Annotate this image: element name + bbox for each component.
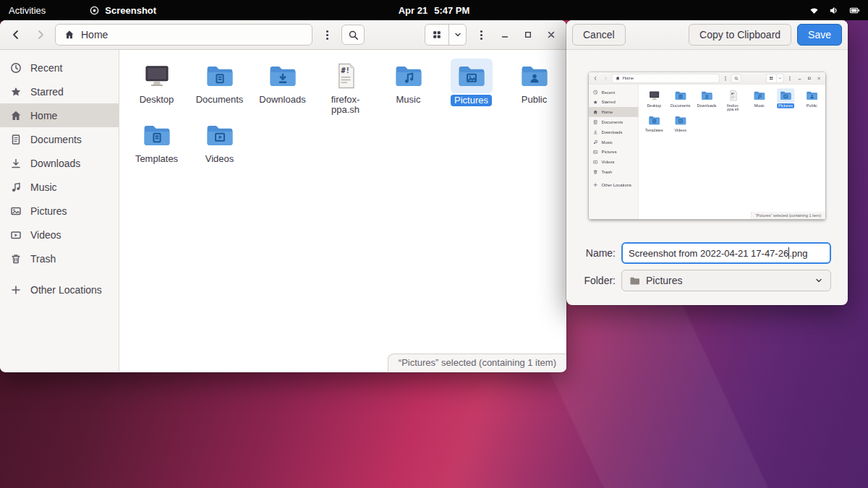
- file-item-desktop[interactable]: Desktop: [125, 59, 188, 118]
- app-indicator[interactable]: Screenshot: [89, 5, 156, 16]
- file-item-videos[interactable]: Videos: [188, 118, 251, 177]
- activities-button[interactable]: Activities: [0, 0, 54, 20]
- copy-to-clipboard-button[interactable]: Copy to Clipboard: [689, 24, 791, 46]
- music-icon: [10, 181, 22, 193]
- cancel-button[interactable]: Cancel: [572, 24, 626, 46]
- dialog-headerbar: Cancel Copy to Clipboard Save: [566, 20, 848, 50]
- music-folder-icon: [393, 60, 425, 92]
- documents-icon: [10, 134, 22, 145]
- sidebar-label: Documents: [30, 134, 82, 145]
- grid-view-button[interactable]: [425, 25, 449, 45]
- script-file-icon: #!: [330, 60, 362, 92]
- path-menu-button[interactable]: [317, 25, 337, 45]
- files-content: Desktop Documents: [119, 50, 566, 372]
- sidebar-item-starred[interactable]: Starred: [0, 80, 119, 103]
- file-grid: Desktop Documents: [119, 50, 566, 177]
- sidebar-label: Downloads: [30, 158, 80, 169]
- screenshot-app-icon: [89, 5, 100, 16]
- sidebar-item-downloads[interactable]: Downloads: [0, 151, 119, 175]
- sidebar-label: Recent: [30, 62, 62, 74]
- battery-icon: [849, 5, 861, 16]
- sidebar-item-music[interactable]: Music: [0, 175, 119, 199]
- pictures-icon: [10, 205, 22, 217]
- sidebar-item-recent[interactable]: Recent: [0, 56, 119, 80]
- status-bar: “Pictures” selected (containing 1 item): [388, 354, 566, 372]
- view-options-button[interactable]: [449, 25, 466, 45]
- close-button[interactable]: [542, 25, 561, 44]
- recent-icon: [10, 62, 22, 74]
- sidebar-item-other-locations[interactable]: Other Locations: [0, 278, 119, 301]
- save-button[interactable]: Save: [797, 24, 842, 46]
- starred-icon: [10, 86, 22, 98]
- system-tray[interactable]: [809, 0, 861, 20]
- folder-icon: [629, 276, 640, 286]
- files-body: Recent Starred Home: [0, 50, 566, 372]
- clock[interactable]: Apr 21 5:47 PM: [399, 5, 470, 16]
- forward-button[interactable]: [30, 25, 51, 45]
- videos-folder-icon: [204, 119, 236, 151]
- path-label: Home: [81, 29, 108, 40]
- svg-text:#!: #!: [341, 67, 349, 74]
- copy-label: Copy to Clipboard: [699, 29, 780, 40]
- screenshot-dialog: Cancel Copy to Clipboard Save: [566, 20, 848, 305]
- home-icon: [64, 30, 75, 40]
- chevron-down-icon: [814, 276, 823, 285]
- file-item-public[interactable]: Public: [503, 59, 566, 118]
- documents-folder-icon: [204, 60, 236, 92]
- pictures-folder-icon: [456, 60, 488, 92]
- templates-folder-icon: [141, 119, 173, 151]
- volume-icon: [829, 5, 840, 16]
- sidebar-item-videos[interactable]: Videos: [0, 223, 119, 247]
- path-bar[interactable]: Home: [55, 24, 312, 46]
- sidebar-label: Music: [30, 181, 57, 193]
- forward-arrow-icon: [35, 29, 46, 40]
- sidebar-label: Videos: [30, 229, 61, 241]
- file-label: Music: [396, 95, 421, 105]
- search-icon: [348, 30, 359, 40]
- save-label: Save: [808, 29, 831, 40]
- screen: Activities Screenshot Apr 21 5:47 PM: [0, 0, 868, 488]
- home-icon: [10, 110, 22, 121]
- folder-select[interactable]: Pictures: [621, 270, 831, 291]
- public-folder-icon: [519, 60, 550, 92]
- filename-text-after-caret: .png: [789, 248, 807, 259]
- sidebar-item-trash[interactable]: Trash: [0, 247, 119, 270]
- sidebar-label: Pictures: [30, 205, 67, 217]
- name-label: Name:: [572, 242, 616, 264]
- chevron-down-icon: [454, 30, 462, 39]
- file-label: Documents: [196, 95, 244, 105]
- search-button[interactable]: [341, 25, 365, 45]
- sidebar-label: Trash: [30, 253, 56, 265]
- network-icon: [809, 5, 820, 16]
- file-label: firefox-ppa.sh: [322, 95, 370, 115]
- file-item-templates[interactable]: Templates: [125, 118, 188, 177]
- dialog-preview: Home: [589, 72, 825, 220]
- status-text: “Pictures” selected (containing 1 item): [399, 357, 556, 368]
- filename-input[interactable]: Screenshot from 2022-04-21 17-47-26 .png: [621, 242, 831, 264]
- maximize-button[interactable]: [519, 25, 537, 44]
- minimize-button[interactable]: [495, 25, 514, 44]
- sidebar-item-documents[interactable]: Documents: [0, 127, 119, 151]
- window-menu-button[interactable]: [471, 25, 491, 45]
- files-headerbar: Home: [0, 20, 566, 50]
- sidebar-label: Starred: [30, 86, 64, 98]
- file-item-firefox-ppa[interactable]: #! firefox-ppa.sh: [314, 59, 377, 118]
- sidebar-item-pictures[interactable]: Pictures: [0, 199, 119, 223]
- cancel-label: Cancel: [583, 29, 615, 40]
- file-item-documents[interactable]: Documents: [188, 59, 251, 118]
- file-label: Public: [522, 95, 547, 105]
- sidebar-label: Home: [30, 110, 57, 121]
- file-item-music[interactable]: Music: [377, 59, 440, 118]
- sidebar-item-home[interactable]: Home: [0, 103, 119, 127]
- kebab-icon: [480, 34, 482, 36]
- file-item-pictures[interactable]: Pictures: [440, 59, 503, 118]
- downloads-icon: [10, 158, 22, 169]
- back-arrow-icon: [10, 29, 22, 40]
- view-switcher: [425, 24, 467, 46]
- file-item-downloads[interactable]: Downloads: [251, 59, 314, 118]
- kebab-icon: [326, 34, 328, 36]
- back-button[interactable]: [6, 25, 26, 45]
- activities-label: Activities: [9, 5, 46, 16]
- file-label: Videos: [205, 154, 234, 164]
- top-bar: Activities Screenshot Apr 21 5:47 PM: [0, 0, 868, 20]
